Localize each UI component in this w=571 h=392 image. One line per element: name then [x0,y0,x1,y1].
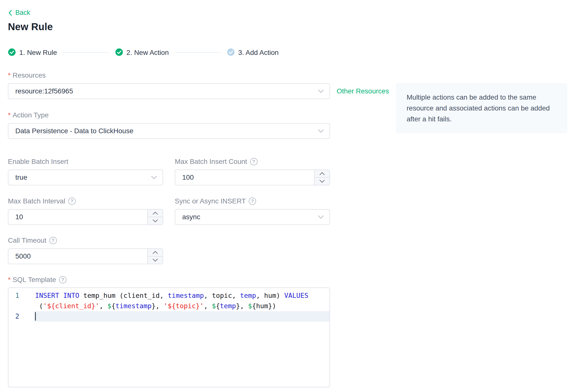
sql-editor-line[interactable]: ('${client_id}', ${timestamp}, '${topic}… [34,301,329,311]
resources-select[interactable]: resource:12f56965 [8,83,330,99]
help-icon[interactable] [249,197,256,205]
sql-token: {hum}) [252,302,276,310]
sql-token: '${topic}' [164,302,204,310]
step-pending-check-icon [227,48,235,57]
sync-or-async-insert-label: Sync or Async INSERT [175,197,330,205]
max-batch-interval-input[interactable]: 10 [8,209,163,225]
number-stepper [147,249,163,264]
help-icon[interactable] [250,158,258,165]
sql-template-label: * SQL Template [8,276,571,284]
sql-token: , topic, [204,292,240,299]
sql-token: , hum) [256,292,284,299]
sql-token: { [111,302,115,310]
max-batch-insert-count-input[interactable]: 100 [175,170,330,185]
sql-token: ( [39,302,43,310]
stepper-down-button[interactable] [148,217,163,224]
step-connector [175,52,221,53]
step-label: 3. Add Action [238,49,279,57]
sql-token: temp [240,292,256,299]
sql-token: temp [220,302,236,310]
sql-editor-row: 1INSERT INTO temp_hum (client_id, timest… [8,290,329,301]
sql-token: }, [236,302,248,310]
resources-label: * Resources [8,71,571,79]
required-asterisk: * [8,111,11,119]
wizard-steps: 1. New Rule 2. New Action 3. Add Action [8,48,571,57]
chevron-down-icon [151,175,157,179]
other-resources-link[interactable]: Other Resources [337,87,389,95]
call-timeout-input[interactable]: 5000 [8,248,163,264]
chevron-down-icon [318,215,324,219]
info-box: Multiple actions can be added to the sam… [396,83,567,133]
help-icon[interactable] [68,197,76,205]
back-label: Back [15,9,30,17]
step-label: 2. New Action [127,49,169,57]
max-batch-insert-count-value: 100 [175,174,194,181]
line-number: 1 [8,290,34,301]
max-batch-interval-value: 10 [8,213,23,221]
sql-token: timestamp [115,302,152,310]
required-asterisk: * [8,276,11,284]
sql-token: }, [152,302,164,310]
enable-batch-insert-value: true [8,174,27,181]
max-batch-interval-label: Max Batch Interval [8,197,163,205]
sync-or-async-insert-value: async [175,213,200,221]
number-stepper [314,170,329,185]
step-label: 1. New Rule [19,49,57,57]
line-number: 2 [8,311,34,322]
stepper-up-button[interactable] [148,249,163,257]
sql-token: '${client_id}' [43,302,99,310]
call-timeout-value: 5000 [8,252,31,260]
sql-token: timestamp [168,292,204,299]
step-connector [63,52,109,53]
sql-editor-rows: 1INSERT INTO temp_hum (client_id, timest… [8,290,329,322]
page-title: New Rule [8,21,571,32]
back-link[interactable]: Back [8,9,30,17]
sql-editor-line[interactable] [34,311,329,322]
stepper-up-button[interactable] [315,170,329,178]
step-done-check-icon [115,48,123,57]
sync-or-async-insert-select[interactable]: async [175,209,330,225]
sql-token: VALUES [284,292,308,299]
sql-token: $ [212,302,216,310]
step-new-rule[interactable]: 1. New Rule [8,48,57,57]
sql-token: INSERT INTO [35,292,79,299]
number-stepper [147,210,163,224]
sql-token: temp_hum (client_id, [79,292,168,299]
resources-select-value: resource:12f56965 [8,87,73,95]
call-timeout-label: Call Timeout [8,237,571,244]
stepper-down-button[interactable] [315,178,329,185]
new-rule-page: Back New Rule 1. New Rule 2. New Action … [0,0,571,392]
action-type-select-value: Data Persistence - Data to ClickHouse [8,127,133,135]
step-add-action[interactable]: 3. Add Action [227,48,279,57]
info-box-text: Multiple actions can be added to the sam… [407,92,556,125]
required-asterisk: * [8,71,11,79]
chevron-left-icon [8,9,12,16]
sql-token: , [204,302,212,310]
chevron-down-icon [318,89,324,93]
sql-editor-row: ('${client_id}', ${timestamp}, '${topic}… [8,301,329,311]
help-icon[interactable] [49,237,57,244]
sql-editor-line[interactable]: INSERT INTO temp_hum (client_id, timesta… [34,290,329,301]
sql-token: , [99,302,108,310]
sql-token: $ [248,302,252,310]
line-number [8,301,34,311]
text-cursor [35,312,36,321]
action-type-select[interactable]: Data Persistence - Data to ClickHouse [8,123,330,139]
sql-token: { [216,302,220,310]
sql-template-editor[interactable]: 1INSERT INTO temp_hum (client_id, timest… [8,287,330,387]
chevron-down-icon [318,129,324,133]
stepper-up-button[interactable] [148,210,163,217]
sql-editor-row: 2 [8,311,329,322]
stepper-down-button[interactable] [148,257,163,264]
enable-batch-insert-select[interactable]: true [8,170,163,185]
max-batch-insert-count-label: Max Batch Insert Count [175,158,330,166]
enable-batch-insert-label: Enable Batch Insert [8,158,163,166]
sql-token: $ [107,302,111,310]
help-icon[interactable] [59,276,66,283]
step-done-check-icon [8,48,16,57]
step-new-action[interactable]: 2. New Action [115,48,169,57]
